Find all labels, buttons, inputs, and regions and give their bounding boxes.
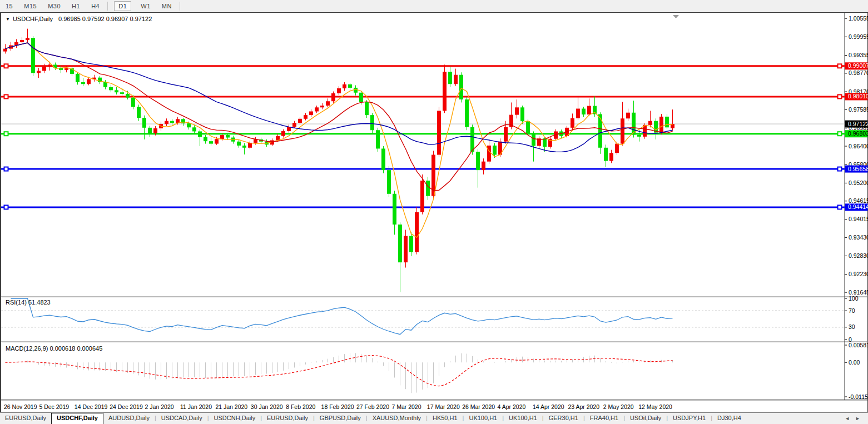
candle-body [237, 142, 241, 146]
tab-audusd-daily[interactable]: AUDUSD,Daily [103, 413, 155, 424]
timeframe-button-H1[interactable]: H1 [70, 2, 82, 11]
candle-body [404, 236, 408, 263]
hline-left-handle[interactable] [4, 64, 8, 68]
candle-body [209, 141, 213, 143]
timeframe-button-15[interactable]: 15 [4, 2, 14, 11]
tab-scroll-left-icon[interactable]: ◄ [845, 416, 850, 421]
chart-title-ohlc: 0.96985 0.97592 0.96907 0.97122 [58, 16, 152, 22]
candle-body [192, 127, 196, 131]
date-label: 7 Mar 2020 [391, 403, 421, 410]
candle-body [81, 82, 85, 84]
tab-fra40-h1[interactable]: FRA40,H1 [585, 413, 623, 424]
candle-body [153, 128, 157, 133]
date-label: 2 Jan 2020 [145, 403, 174, 410]
hline-left-handle[interactable] [4, 94, 8, 98]
candle-body [87, 79, 91, 84]
tab-usdcnh-daily[interactable]: USDCNH,Daily [209, 413, 261, 424]
timeframe-button-M15[interactable]: M15 [22, 2, 38, 11]
candle-body [493, 146, 497, 155]
date-label: 24 Dec 2019 [110, 403, 143, 410]
hline-right-handle[interactable] [838, 205, 842, 209]
candle-body [376, 130, 380, 148]
candle-body [126, 94, 130, 98]
date-label: 21 Jan 2020 [215, 403, 247, 410]
timeframe-button-M30[interactable]: M30 [46, 2, 62, 11]
candle-body [309, 111, 313, 115]
current-price-badge-text: 0.97122 [848, 121, 868, 127]
price-tick-label: 0.99955 [849, 33, 868, 40]
tab-ger30-h1[interactable]: GER30,H1 [544, 413, 583, 424]
tab-gbpusd-daily[interactable]: GBPUSD,Daily [315, 413, 366, 424]
timeframe-toolbar: 15M15M30H1H4D1W1MN [0, 0, 868, 12]
candle-body [254, 139, 257, 143]
timeframe-button-W1[interactable]: W1 [139, 2, 152, 11]
tab-usdjpy-h1[interactable]: USDJPY,H1 [668, 413, 711, 424]
candle-body [532, 133, 535, 146]
candle-body [571, 118, 574, 128]
tab-uk100-h1[interactable]: UK100,H1 [504, 413, 542, 424]
date-label: 27 Feb 2020 [356, 403, 389, 410]
candle-body [220, 135, 224, 139]
macd-tick-label: 0.005818 [849, 342, 868, 348]
candle-body [176, 119, 180, 123]
hline-left-handle[interactable] [4, 132, 8, 136]
date-label: 12 May 2020 [638, 403, 672, 410]
hline-left-handle[interactable] [4, 205, 8, 209]
candle-body [359, 93, 363, 102]
chart-title: ▼USDCHF,Daily0.96985 0.97592 0.96907 0.9… [6, 16, 152, 22]
hline-right-handle[interactable] [838, 94, 842, 98]
candle-body [609, 153, 613, 161]
hline-right-handle[interactable] [838, 167, 842, 171]
candle-body [281, 131, 285, 136]
candle-body [26, 38, 29, 40]
candle-body [370, 115, 374, 130]
tab-usdchf-daily[interactable]: USDCHF,Daily [51, 413, 103, 424]
timeframe-button-MN[interactable]: MN [160, 2, 173, 11]
hline-right-handle[interactable] [838, 132, 842, 136]
price-tick-label: 0.92230 [849, 271, 868, 277]
macd-histogram [6, 353, 673, 393]
chart-canvas[interactable]: 1.005550.999550.993550.987700.981700.975… [1, 13, 868, 412]
candle-body [520, 107, 524, 121]
tab-dj30-h4[interactable]: DJ30,H4 [712, 413, 746, 424]
date-label: 18 Feb 2020 [321, 403, 354, 410]
tab-uk100-h1[interactable]: UK100,H1 [464, 413, 502, 424]
price-tick-label: 0.92830 [849, 252, 868, 259]
candle-body [142, 118, 146, 128]
rsi-tick-label: 30 [849, 323, 855, 330]
price-badge-0.99007-text: 0.99007 [848, 62, 868, 69]
tab-scroll-right-icon[interactable]: ► [855, 416, 860, 421]
candle-body [76, 74, 80, 82]
candle-body [131, 98, 135, 107]
timeframe-button-D1[interactable]: D1 [114, 1, 131, 11]
rsi-macd-separator [1, 342, 868, 342]
tab-usdcad-daily[interactable]: USDCAD,Daily [156, 413, 207, 424]
date-label: 14 Dec 2019 [75, 403, 108, 410]
candle-body [204, 137, 207, 141]
hline-right-handle[interactable] [838, 64, 842, 68]
tab-eurusd-daily[interactable]: EURUSD,Daily [262, 413, 313, 424]
tab-xauusd-monthly[interactable]: XAUUSD,Monthly [368, 413, 426, 424]
macd-bottom-border [1, 400, 868, 400]
hline-left-handle[interactable] [4, 167, 8, 171]
candle-body [65, 68, 68, 70]
candle-body [109, 87, 113, 91]
date-label: 11 Jan 2020 [180, 403, 212, 410]
tab-hk50-h1[interactable]: HK50,H1 [428, 413, 463, 424]
chart-dropdown-icon[interactable]: ▼ [6, 17, 10, 22]
candle-body [637, 135, 641, 137]
candle-body [465, 99, 469, 127]
candle-body [298, 119, 302, 123]
price-badge-0.94414-text: 0.94414 [848, 203, 868, 210]
rsi-tick-label: 100 [849, 295, 859, 302]
candle-body [326, 101, 330, 106]
date-label: 30 Jan 2020 [251, 403, 283, 410]
tab-usoil-daily[interactable]: USOil,Daily [625, 413, 666, 424]
candle-body [393, 194, 396, 225]
candle-body [170, 121, 174, 123]
price-badge-0.98010-text: 0.98010 [848, 93, 868, 99]
timeframe-button-H4[interactable]: H4 [90, 2, 101, 11]
tab-eurusd-daily[interactable]: EURUSD,Daily [0, 413, 51, 424]
candle-body [315, 107, 319, 111]
toolbar-separator [180, 2, 180, 11]
